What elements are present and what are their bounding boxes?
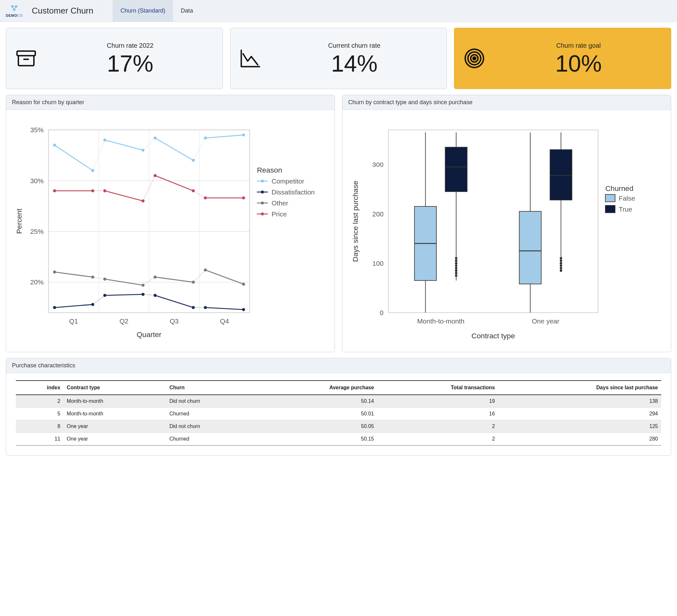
logo: DEMOCO [6, 4, 23, 17]
table-row: 5Month-to-monthChurned50.0116294 [16, 407, 661, 420]
tab-data[interactable]: Data [173, 0, 201, 21]
svg-text:Days since last purchase: Days since last purchase [351, 181, 359, 262]
svg-text:Dissatisfaction: Dissatisfaction [271, 188, 315, 196]
svg-line-59 [54, 272, 93, 277]
svg-text:Other: Other [271, 199, 288, 207]
svg-rect-117 [445, 147, 467, 192]
svg-text:200: 200 [372, 210, 384, 218]
svg-text:100: 100 [372, 259, 384, 267]
tabs: Churn (Standard) Data [112, 0, 201, 21]
col-days_since: Days since last purchase [498, 381, 661, 395]
svg-point-97 [261, 201, 264, 204]
col-avg_purchase: Average purchase [255, 381, 377, 395]
svg-text:Month-to-month: Month-to-month [417, 317, 465, 325]
svg-text:True: True [619, 205, 632, 213]
logo-icon [8, 4, 20, 13]
col-churn: Churn [166, 381, 255, 395]
svg-point-79 [103, 189, 106, 192]
svg-point-88 [242, 196, 245, 199]
kpi-value: 17% [107, 52, 153, 75]
svg-line-37 [155, 138, 193, 160]
svg-point-73 [242, 283, 245, 285]
svg-text:Contract type: Contract type [471, 332, 515, 340]
col-index: index [16, 381, 63, 395]
svg-text:Q4: Q4 [220, 317, 229, 325]
svg-point-72 [204, 268, 207, 271]
kpi-label: Churn rate goal [556, 42, 601, 49]
svg-point-139 [560, 259, 562, 262]
svg-point-87 [204, 196, 207, 199]
svg-point-100 [261, 212, 264, 216]
svg-point-135 [560, 269, 562, 272]
svg-line-82 [155, 176, 193, 191]
svg-point-140 [560, 257, 562, 259]
svg-point-30 [53, 144, 56, 146]
panel-title: Purchase characteristics [6, 358, 671, 373]
svg-text:25%: 25% [30, 228, 44, 235]
svg-text:Reason: Reason [257, 166, 282, 174]
svg-point-83 [153, 174, 156, 177]
panel-reason-chart: Reason for churn by quarter 20%25%30%35%… [6, 95, 335, 352]
svg-point-49 [103, 294, 106, 297]
svg-text:20%: 20% [30, 278, 44, 286]
svg-line-33 [105, 140, 143, 150]
svg-line-41 [205, 135, 243, 138]
logo-text: DEMOCO [6, 13, 23, 17]
svg-line-67 [155, 277, 193, 282]
kpi-label: Churn rate 2022 [107, 42, 153, 49]
svg-text:Churned: Churned [605, 184, 633, 193]
svg-point-138 [560, 262, 562, 265]
table-row: 2Month-to-monthDid not churn50.1419138 [16, 395, 661, 408]
svg-point-136 [560, 267, 562, 270]
svg-text:One year: One year [532, 317, 559, 325]
svg-text:Q2: Q2 [120, 317, 128, 325]
svg-text:Q1: Q1 [69, 317, 78, 325]
svg-text:Quarter: Quarter [136, 330, 161, 339]
panel-title: Churn by contract type and days since pu… [343, 95, 671, 110]
col-contract_type: Contract type [63, 381, 166, 395]
svg-text:False: False [619, 194, 635, 202]
svg-point-94 [261, 191, 264, 193]
svg-text:Percent: Percent [15, 208, 23, 234]
svg-point-120 [455, 272, 458, 275]
purchase-table: indexContract typeChurnAverage purchaseT… [16, 380, 661, 446]
kpi-row: Churn rate 2022 17% Current churn rate 1… [6, 28, 671, 89]
svg-line-52 [155, 295, 193, 308]
svg-point-124 [455, 262, 458, 265]
svg-point-126 [455, 257, 458, 259]
svg-text:30%: 30% [30, 177, 44, 185]
kpi-card-current-churn: Current churn rate 14% [230, 28, 447, 89]
svg-point-125 [455, 259, 458, 262]
svg-point-137 [560, 265, 562, 267]
svg-text:Competitor: Competitor [271, 177, 304, 185]
tab-churn-standard[interactable]: Churn (Standard) [112, 0, 173, 21]
svg-rect-144 [605, 205, 615, 213]
reason-chart: 20%25%30%35%Q1Q2Q3Q4QuarterPercentReason… [12, 118, 329, 343]
svg-point-64 [103, 278, 106, 281]
svg-point-8 [473, 57, 476, 60]
table-row: 8One yearDid not churn50.052125 [16, 420, 661, 432]
svg-point-60 [53, 271, 56, 274]
col-total_tx: Total transactions [377, 381, 498, 395]
svg-point-38 [153, 136, 156, 139]
svg-line-44 [54, 304, 93, 307]
trend-down-icon [239, 47, 261, 69]
svg-point-45 [53, 306, 56, 309]
svg-rect-129 [519, 211, 541, 284]
svg-point-68 [153, 275, 156, 278]
svg-point-57 [204, 306, 207, 309]
archive-icon [15, 47, 37, 69]
kpi-card-churn-2022: Churn rate 2022 17% [6, 28, 223, 89]
svg-line-48 [105, 294, 143, 295]
svg-point-122 [455, 267, 458, 270]
svg-line-29 [54, 145, 93, 171]
svg-point-75 [53, 189, 56, 192]
svg-rect-142 [605, 194, 615, 202]
kpi-value: 14% [331, 52, 377, 75]
svg-point-121 [455, 269, 458, 272]
svg-point-53 [153, 294, 156, 297]
panel-title: Reason for churn by quarter [6, 95, 334, 110]
svg-rect-133 [550, 150, 572, 200]
svg-text:Q3: Q3 [170, 317, 179, 325]
table-row: 11One yearChurned50.152280 [16, 432, 661, 445]
